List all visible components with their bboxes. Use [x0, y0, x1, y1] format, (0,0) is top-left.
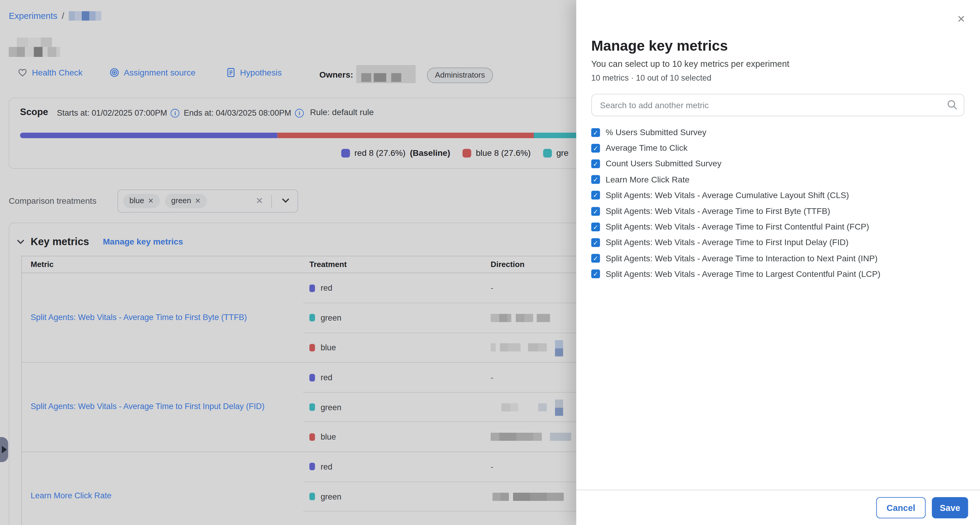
app-window: Experiments / Health Check Assignment so…	[0, 0, 980, 525]
search-input[interactable]	[591, 94, 964, 116]
cancel-button[interactable]: Cancel	[877, 497, 926, 519]
checkbox-checked-icon[interactable]: ✓	[591, 191, 600, 199]
checkbox-checked-icon[interactable]: ✓	[591, 254, 600, 263]
metric-search	[591, 94, 964, 116]
metric-list-item[interactable]: ✓ Split Agents: Web Vitals - Average Tim…	[591, 266, 966, 282]
checkbox-checked-icon[interactable]: ✓	[591, 160, 600, 168]
checkbox-checked-icon[interactable]: ✓	[591, 175, 600, 184]
panel-subtitle: You can select up to 10 key metrics per …	[591, 59, 789, 69]
metric-list-item[interactable]: ✓ Split Agents: Web Vitals - Average Cum…	[591, 187, 966, 203]
checkbox-checked-icon[interactable]: ✓	[591, 238, 600, 247]
metric-checkbox-list: ✓ % Users Submitted Survey ✓ Average Tim…	[591, 124, 966, 282]
checkbox-checked-icon[interactable]: ✓	[591, 144, 600, 152]
checkbox-checked-icon[interactable]: ✓	[591, 207, 600, 215]
manage-key-metrics-panel: ✕ Manage key metrics You can select up t…	[576, 0, 980, 525]
metric-list-item[interactable]: ✓ Learn More Click Rate	[591, 172, 966, 188]
close-icon[interactable]: ✕	[954, 13, 968, 26]
metric-list-item[interactable]: ✓ % Users Submitted Survey	[591, 124, 966, 140]
metric-list-item[interactable]: ✓ Split Agents: Web Vitals - Average Tim…	[591, 251, 966, 266]
search-icon	[947, 99, 957, 110]
metric-list-item[interactable]: ✓ Split Agents: Web Vitals - Average Tim…	[591, 235, 966, 251]
metric-list-item[interactable]: ✓ Count Users Submitted Survey	[591, 156, 966, 172]
panel-title: Manage key metrics	[591, 37, 728, 54]
metric-list-item[interactable]: ✓ Split Agents: Web Vitals - Average Tim…	[591, 219, 966, 235]
save-button[interactable]: Save	[932, 497, 968, 519]
checkbox-checked-icon[interactable]: ✓	[591, 270, 600, 278]
checkbox-checked-icon[interactable]: ✓	[591, 128, 600, 137]
metrics-count-status: 10 metrics · 10 out of 10 selected	[591, 73, 711, 82]
metric-list-item[interactable]: ✓ Split Agents: Web Vitals - Average Tim…	[591, 203, 966, 219]
checkbox-checked-icon[interactable]: ✓	[591, 222, 600, 231]
panel-footer: Cancel Save	[576, 490, 980, 525]
metric-list-item[interactable]: ✓ Average Time to Click	[591, 140, 966, 156]
